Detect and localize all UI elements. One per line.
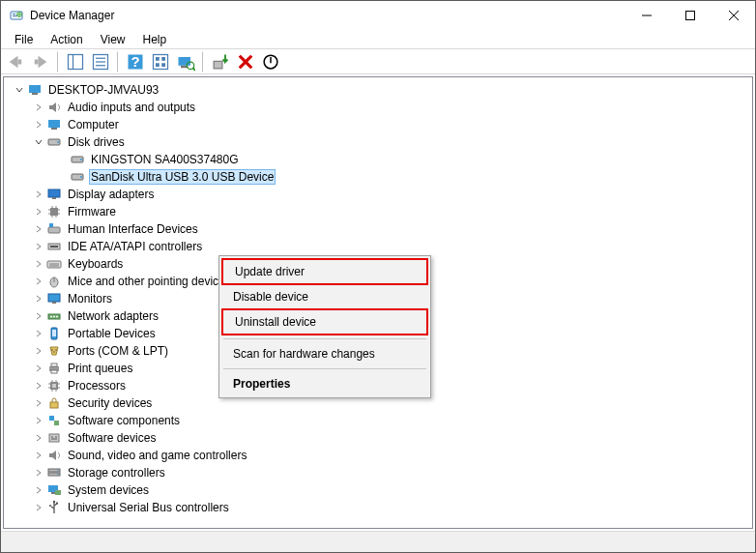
svg-point-36 bbox=[80, 176, 82, 178]
svg-point-34 bbox=[80, 159, 82, 160]
menu-action[interactable]: Action bbox=[43, 31, 90, 48]
svg-rect-64 bbox=[52, 384, 56, 388]
tree-category-sound[interactable]: Sound, video and game controllers bbox=[6, 447, 750, 464]
cpu-icon bbox=[46, 378, 62, 393]
svg-rect-66 bbox=[49, 416, 54, 421]
chevron-right-icon[interactable] bbox=[33, 258, 44, 270]
tree-pane[interactable]: DESKTOP-JMVAU93 Audio inputs and outputs… bbox=[3, 76, 753, 529]
scan-hardware-button[interactable] bbox=[175, 51, 196, 73]
chevron-right-icon[interactable] bbox=[33, 241, 44, 252]
tree-label: Computer bbox=[66, 118, 121, 131]
toolbar: ? bbox=[1, 49, 755, 74]
tree-category-hid[interactable]: Human Interface Devices bbox=[6, 220, 750, 238]
chevron-right-icon[interactable] bbox=[33, 397, 44, 409]
context-menu-scan-hardware[interactable]: Scan for hardware changes bbox=[221, 342, 428, 365]
chevron-right-icon[interactable] bbox=[33, 119, 44, 131]
svg-rect-75 bbox=[55, 490, 61, 495]
chevron-right-icon[interactable] bbox=[33, 450, 44, 461]
tree-label: Mice and other pointing devices bbox=[66, 275, 233, 288]
tree-category-firmware[interactable]: Firmware bbox=[6, 203, 750, 220]
computer-icon bbox=[27, 82, 43, 98]
svg-rect-25 bbox=[215, 62, 222, 68]
tree-category-system[interactable]: System devices bbox=[6, 481, 750, 499]
menu-file[interactable]: File bbox=[7, 31, 41, 48]
context-menu-properties[interactable]: Properties bbox=[221, 372, 428, 395]
security-icon bbox=[46, 395, 62, 411]
menubar: File Action View Help bbox=[1, 30, 755, 49]
network-icon bbox=[46, 308, 62, 324]
minimize-button[interactable] bbox=[625, 1, 668, 30]
storage-icon bbox=[46, 465, 62, 480]
tree-category-computer[interactable]: Computer bbox=[6, 116, 750, 133]
chevron-right-icon[interactable] bbox=[33, 102, 44, 113]
svg-rect-39 bbox=[50, 208, 58, 216]
chevron-right-icon[interactable] bbox=[33, 293, 44, 305]
svg-point-71 bbox=[57, 470, 58, 471]
back-button[interactable] bbox=[5, 51, 26, 73]
tree-category-audio[interactable]: Audio inputs and outputs bbox=[6, 99, 750, 116]
disable-tool-button[interactable] bbox=[260, 51, 281, 73]
tree-category-storage[interactable]: Storage controllers bbox=[6, 464, 750, 481]
chevron-right-icon[interactable] bbox=[33, 502, 44, 513]
portable-icon bbox=[46, 326, 62, 341]
chevron-down-icon[interactable] bbox=[14, 84, 25, 96]
tree-label: Audio inputs and outputs bbox=[66, 101, 197, 114]
close-button[interactable] bbox=[712, 1, 755, 30]
usb-icon bbox=[46, 500, 62, 515]
svg-rect-30 bbox=[51, 128, 57, 130]
chevron-right-icon[interactable] bbox=[33, 363, 44, 374]
show-hide-tree-button[interactable] bbox=[65, 51, 86, 73]
svg-rect-28 bbox=[32, 93, 38, 95]
svg-rect-17 bbox=[161, 57, 165, 61]
chip-icon bbox=[46, 204, 62, 219]
svg-point-78 bbox=[49, 505, 51, 507]
chevron-right-icon[interactable] bbox=[33, 467, 44, 479]
chevron-right-icon[interactable] bbox=[33, 276, 44, 287]
toolbar-separator bbox=[202, 51, 204, 73]
svg-rect-67 bbox=[54, 421, 59, 425]
display-icon bbox=[46, 187, 62, 202]
chevron-right-icon[interactable] bbox=[33, 432, 44, 444]
tree-item-disk[interactable]: KINGSTON SA400S37480G bbox=[6, 151, 750, 168]
context-menu-uninstall-device[interactable]: Uninstall device bbox=[221, 308, 428, 335]
chevron-right-icon[interactable] bbox=[33, 380, 44, 392]
tree-label: Ports (COM & LPT) bbox=[66, 344, 170, 358]
svg-point-54 bbox=[56, 316, 58, 318]
help-button[interactable]: ? bbox=[125, 51, 146, 73]
chevron-right-icon[interactable] bbox=[33, 415, 44, 426]
svg-rect-74 bbox=[51, 492, 55, 494]
window-controls bbox=[625, 1, 755, 30]
context-menu-update-driver[interactable]: Update driver bbox=[221, 258, 428, 285]
properties-button[interactable] bbox=[90, 51, 111, 73]
action-list-button[interactable] bbox=[150, 51, 171, 73]
chevron-right-icon[interactable] bbox=[33, 223, 44, 235]
menu-view[interactable]: View bbox=[93, 31, 133, 48]
chevron-right-icon[interactable] bbox=[33, 189, 44, 200]
uninstall-tool-button[interactable] bbox=[235, 51, 256, 73]
tree-category-usb[interactable]: Universal Serial Bus controllers bbox=[6, 499, 750, 516]
chevron-right-icon[interactable] bbox=[33, 328, 44, 339]
tree-category-disk-drives[interactable]: Disk drives bbox=[6, 133, 750, 151]
disk-icon bbox=[70, 169, 85, 185]
system-icon bbox=[46, 482, 62, 498]
tree-category-sw-components[interactable]: Software components bbox=[6, 412, 750, 429]
context-menu-separator bbox=[223, 338, 426, 339]
forward-button[interactable] bbox=[30, 51, 51, 73]
update-driver-tool-button[interactable] bbox=[210, 51, 231, 73]
tree-category-ide[interactable]: IDE ATA/ATAPI controllers bbox=[6, 238, 750, 255]
maximize-button[interactable] bbox=[668, 1, 712, 30]
chevron-right-icon[interactable] bbox=[33, 484, 44, 496]
svg-rect-15 bbox=[154, 54, 168, 69]
chevron-down-icon[interactable] bbox=[33, 136, 44, 148]
menu-help[interactable]: Help bbox=[135, 31, 175, 48]
chevron-right-icon[interactable] bbox=[33, 345, 44, 357]
tree-category-display[interactable]: Display adapters bbox=[6, 186, 750, 203]
tree-root[interactable]: DESKTOP-JMVAU93 bbox=[6, 81, 750, 99]
context-menu-disable-device[interactable]: Disable device bbox=[221, 285, 428, 308]
svg-rect-43 bbox=[50, 246, 58, 247]
chevron-right-icon[interactable] bbox=[33, 310, 44, 322]
chevron-right-icon[interactable] bbox=[33, 206, 44, 218]
svg-point-58 bbox=[55, 349, 57, 351]
tree-item-disk-selected[interactable]: SanDisk Ultra USB 3.0 USB Device bbox=[6, 168, 750, 186]
tree-category-sw-devices[interactable]: Software devices bbox=[6, 429, 750, 447]
